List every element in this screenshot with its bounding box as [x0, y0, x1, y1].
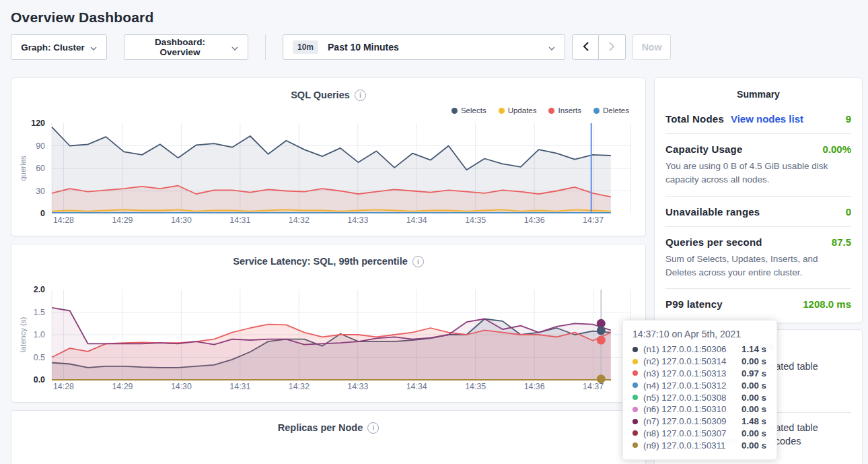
legend-label: Deletes: [603, 106, 629, 114]
chart-tooltip: 14:37:10 on Apr 5th, 2021 (n1) 127.0.0.1…: [622, 320, 777, 460]
svg-text:latency (s): latency (s): [19, 317, 27, 352]
svg-text:0: 0: [40, 209, 45, 218]
svg-text:14:34: 14:34: [406, 216, 427, 225]
time-step-buttons: [572, 34, 626, 60]
dashboard-dropdown[interactable]: Dashboard: Overview: [124, 34, 248, 60]
time-prev-button[interactable]: [572, 34, 599, 60]
page-title: Overview Dashboard: [0, 0, 868, 26]
svg-text:14:29: 14:29: [112, 216, 133, 225]
svg-text:14:28: 14:28: [53, 382, 74, 391]
svg-text:120: 120: [31, 119, 45, 128]
legend-item-deletes[interactable]: Deletes: [593, 106, 629, 114]
summary-title: Summary: [665, 88, 851, 104]
summary-row-label: Total Nodes: [665, 113, 724, 125]
tooltip-node-value: 0.00 s: [742, 393, 766, 403]
time-range-selector[interactable]: 10m Past 10 Minutes: [283, 34, 565, 60]
series-dot-icon: [632, 442, 638, 448]
chevron-down-icon: [90, 42, 97, 53]
summary-row-head: Total NodesView nodes list9: [665, 113, 851, 125]
chevron-right-icon: [609, 42, 615, 53]
tooltip-node-value: 0.00 s: [742, 404, 766, 414]
tooltip-node-label: (n4) 127.0.0.1:50312: [643, 380, 742, 391]
summary-row-head: Queries per second87.5: [665, 236, 851, 248]
svg-text:14:33: 14:33: [347, 216, 368, 225]
summary-row-label: Capacity Usage: [665, 143, 743, 155]
graph-dropdown-label: Graph: Cluster: [21, 42, 85, 53]
summary-row: Total NodesView nodes list9: [665, 104, 851, 134]
series-dot-icon: [632, 407, 638, 412]
series-dot-icon: [632, 383, 638, 388]
controls-divider: [265, 34, 266, 60]
series-dot-icon: [632, 359, 638, 364]
summary-row-value: 0.00%: [822, 143, 851, 155]
svg-text:14:34: 14:34: [406, 382, 427, 391]
sql-queries-chart[interactable]: 14:2814:2914:3014:3114:3214:3314:3414:35…: [12, 117, 646, 226]
controls-bar: Graph: Cluster Dashboard: Overview 10m P…: [11, 34, 857, 60]
svg-text:14:35: 14:35: [465, 382, 486, 391]
tooltip-node-label: (n1) 127.0.0.1:50306: [643, 344, 742, 354]
legend-item-selects[interactable]: Selects: [451, 106, 486, 114]
legend-item-updates[interactable]: Updates: [499, 106, 537, 114]
tooltip-row: (n4) 127.0.0.1:503120.00 s: [632, 379, 767, 391]
series-dot-icon: [632, 419, 638, 424]
summary-row-head: Unavailable ranges0: [665, 206, 851, 218]
legend-label: Updates: [508, 106, 537, 114]
svg-text:14:30: 14:30: [171, 216, 192, 225]
tooltip-node-label: (n9) 127.0.0.1:50311: [643, 440, 742, 451]
sql-queries-chart-title: SQL Queries i: [11, 86, 645, 104]
latency-chart[interactable]: 14:2814:2914:3014:3114:3214:3314:3414:35…: [12, 284, 646, 393]
latency-chart-title: Service Latency: SQL, 99th percentile i: [11, 253, 645, 270]
svg-text:30: 30: [36, 187, 45, 196]
tooltip-date: on Apr 5th, 2021: [672, 329, 741, 339]
tooltip-row: (n2) 127.0.0.1:503140.00 s: [632, 356, 767, 368]
summary-row-description: Sum of Selects, Updates, Inserts, and De…: [665, 253, 851, 280]
svg-text:1.5: 1.5: [34, 308, 45, 317]
summary-row-value: 9: [846, 113, 851, 125]
summary-row: Queries per second87.5Sum of Selects, Up…: [665, 227, 851, 290]
now-button[interactable]: Now: [632, 34, 671, 60]
legend-dot-icon: [548, 108, 554, 114]
svg-text:90: 90: [36, 141, 45, 151]
info-icon[interactable]: i: [355, 90, 366, 101]
tooltip-node-value: 1.48 s: [742, 416, 766, 426]
time-next-button[interactable]: [599, 34, 626, 60]
svg-text:14:28: 14:28: [53, 216, 74, 225]
tooltip-node-value: 0.00 s: [742, 356, 766, 366]
legend-label: Inserts: [558, 106, 581, 114]
latency-chart-card: Service Latency: SQL, 99th percentile i …: [11, 244, 646, 403]
replicas-chart-title: Replicas per Node i: [11, 419, 645, 436]
sql-queries-legend: SelectsUpdatesInsertsDeletes: [11, 105, 629, 116]
legend-label: Selects: [461, 106, 486, 114]
summary-row-head: Capacity Usage0.00%: [665, 143, 851, 155]
tooltip-rows: (n1) 127.0.0.1:503061.14 s(n2) 127.0.0.1…: [632, 343, 767, 451]
summary-row-label: Queries per second: [665, 236, 762, 248]
svg-text:60: 60: [36, 164, 45, 173]
svg-text:14:37: 14:37: [583, 216, 604, 225]
info-icon[interactable]: i: [367, 422, 379, 434]
graph-dropdown[interactable]: Graph: Cluster: [11, 34, 107, 60]
tooltip-node-label: (n6) 127.0.0.1:50310: [643, 404, 742, 414]
series-dot-icon: [632, 395, 638, 400]
summary-row-head: P99 latency1208.0 ms: [665, 298, 851, 310]
tooltip-row: (n8) 127.0.0.1:503070.00 s: [632, 428, 767, 440]
svg-text:0.5: 0.5: [34, 353, 45, 362]
legend-item-inserts[interactable]: Inserts: [548, 106, 581, 114]
tooltip-node-value: 0.00 s: [742, 380, 766, 391]
summary-rows: Total NodesView nodes list9Capacity Usag…: [665, 104, 851, 319]
svg-text:14:35: 14:35: [465, 216, 486, 225]
info-icon[interactable]: i: [412, 256, 424, 267]
summary-row-description: You are using 0 B of 4.5 GiB usable disk…: [665, 160, 851, 187]
view-nodes-list-link[interactable]: View nodes list: [731, 113, 803, 125]
tooltip-node-value: 0.00 s: [742, 428, 766, 438]
legend-dot-icon: [499, 108, 505, 114]
summary-row-value: 1208.0 ms: [803, 298, 851, 310]
tooltip-node-label: (n3) 127.0.0.1:50313: [643, 368, 742, 378]
time-range-label: Past 10 Minutes: [328, 42, 543, 53]
svg-text:14:36: 14:36: [524, 216, 545, 225]
series-dot-icon: [632, 347, 638, 352]
svg-text:14:32: 14:32: [289, 216, 310, 225]
chart-title-text: Service Latency: SQL, 99th percentile: [233, 256, 408, 267]
svg-text:2.0: 2.0: [34, 285, 45, 294]
tooltip-node-label: (n8) 127.0.0.1:50307: [643, 428, 742, 438]
tooltip-node-label: (n5) 127.0.0.1:50308: [643, 393, 742, 403]
